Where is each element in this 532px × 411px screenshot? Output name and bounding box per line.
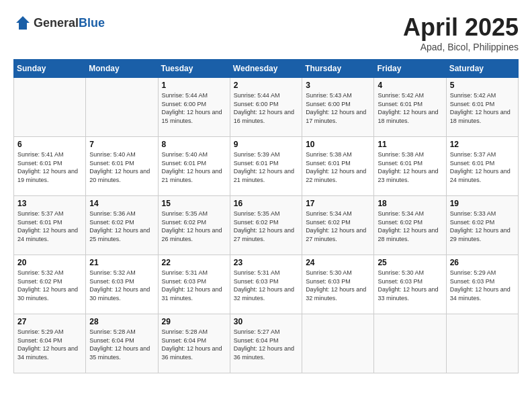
calendar-cell: 4Sunrise: 5:42 AM Sunset: 6:01 PM Daylig… — [374, 78, 446, 137]
day-detail: Sunrise: 5:34 AM Sunset: 6:02 PM Dayligh… — [306, 210, 370, 243]
day-detail: Sunrise: 5:33 AM Sunset: 6:02 PM Dayligh… — [450, 210, 515, 243]
day-number: 30 — [234, 317, 298, 326]
day-number: 3 — [306, 81, 370, 90]
logo-text-general: General — [34, 16, 79, 30]
calendar-week-row: 13Sunrise: 5:37 AM Sunset: 6:01 PM Dayli… — [14, 196, 519, 255]
calendar-week-row: 20Sunrise: 5:32 AM Sunset: 6:02 PM Dayli… — [14, 255, 519, 314]
calendar-cell: 20Sunrise: 5:32 AM Sunset: 6:02 PM Dayli… — [14, 255, 86, 314]
calendar-cell: 18Sunrise: 5:34 AM Sunset: 6:02 PM Dayli… — [374, 196, 446, 255]
day-detail: Sunrise: 5:30 AM Sunset: 6:03 PM Dayligh… — [378, 269, 442, 302]
day-detail: Sunrise: 5:27 AM Sunset: 6:04 PM Dayligh… — [234, 328, 298, 361]
day-detail: Sunrise: 5:31 AM Sunset: 6:03 PM Dayligh… — [162, 269, 226, 302]
day-number: 13 — [17, 199, 82, 208]
day-number: 16 — [234, 199, 298, 208]
day-number: 17 — [306, 199, 370, 208]
day-number: 29 — [162, 317, 226, 326]
svg-marker-0 — [16, 16, 30, 30]
day-number: 20 — [17, 258, 82, 267]
weekday-header: Tuesday — [158, 60, 230, 78]
day-number: 8 — [162, 140, 226, 149]
day-detail: Sunrise: 5:40 AM Sunset: 6:01 PM Dayligh… — [162, 150, 226, 184]
day-number: 25 — [378, 258, 442, 267]
calendar-cell: 19Sunrise: 5:33 AM Sunset: 6:02 PM Dayli… — [446, 196, 518, 255]
day-detail: Sunrise: 5:37 AM Sunset: 6:01 PM Dayligh… — [450, 150, 515, 184]
calendar-header: SundayMondayTuesdayWednesdayThursdayFrid… — [14, 60, 519, 78]
day-number: 23 — [234, 258, 298, 267]
page-header: GeneralBlue April 2025 Apad, Bicol, Phil… — [13, 13, 519, 52]
day-number: 5 — [450, 81, 515, 90]
calendar-cell — [86, 78, 158, 137]
calendar-cell: 11Sunrise: 5:38 AM Sunset: 6:01 PM Dayli… — [374, 137, 446, 196]
day-detail: Sunrise: 5:44 AM Sunset: 6:00 PM Dayligh… — [234, 91, 298, 125]
month-title: April 2025 — [403, 13, 519, 42]
calendar-cell: 29Sunrise: 5:28 AM Sunset: 6:04 PM Dayli… — [158, 314, 230, 373]
calendar-cell: 13Sunrise: 5:37 AM Sunset: 6:01 PM Dayli… — [14, 196, 86, 255]
weekday-header: Monday — [86, 60, 158, 78]
day-number: 6 — [17, 140, 82, 149]
calendar-cell: 24Sunrise: 5:30 AM Sunset: 6:03 PM Dayli… — [302, 255, 374, 314]
calendar-cell: 10Sunrise: 5:38 AM Sunset: 6:01 PM Dayli… — [302, 137, 374, 196]
location-title: Apad, Bicol, Philippines — [403, 42, 519, 52]
calendar-cell: 26Sunrise: 5:29 AM Sunset: 6:03 PM Dayli… — [446, 255, 518, 314]
day-number: 4 — [378, 81, 442, 90]
day-detail: Sunrise: 5:38 AM Sunset: 6:01 PM Dayligh… — [306, 150, 370, 184]
logo-icon — [13, 13, 32, 32]
logo-text-blue: Blue — [79, 16, 105, 30]
day-number: 11 — [378, 140, 442, 149]
calendar-week-row: 1Sunrise: 5:44 AM Sunset: 6:00 PM Daylig… — [14, 78, 519, 137]
weekday-header: Sunday — [14, 60, 86, 78]
weekday-header: Saturday — [446, 60, 518, 78]
calendar-cell: 22Sunrise: 5:31 AM Sunset: 6:03 PM Dayli… — [158, 255, 230, 314]
day-detail: Sunrise: 5:31 AM Sunset: 6:03 PM Dayligh… — [234, 269, 298, 302]
day-detail: Sunrise: 5:29 AM Sunset: 6:03 PM Dayligh… — [450, 269, 515, 302]
calendar-cell: 9Sunrise: 5:39 AM Sunset: 6:01 PM Daylig… — [230, 137, 302, 196]
calendar-cell: 6Sunrise: 5:41 AM Sunset: 6:01 PM Daylig… — [14, 137, 86, 196]
weekday-header: Thursday — [302, 60, 374, 78]
day-detail: Sunrise: 5:35 AM Sunset: 6:02 PM Dayligh… — [234, 210, 298, 243]
day-number: 19 — [450, 199, 515, 208]
calendar-cell — [374, 314, 446, 373]
day-number: 21 — [89, 258, 154, 267]
day-number: 10 — [306, 140, 370, 149]
day-detail: Sunrise: 5:28 AM Sunset: 6:04 PM Dayligh… — [89, 328, 154, 361]
calendar-cell — [14, 78, 86, 137]
day-detail: Sunrise: 5:39 AM Sunset: 6:01 PM Dayligh… — [234, 150, 298, 184]
calendar-cell: 16Sunrise: 5:35 AM Sunset: 6:02 PM Dayli… — [230, 196, 302, 255]
calendar-cell: 7Sunrise: 5:40 AM Sunset: 6:01 PM Daylig… — [86, 137, 158, 196]
calendar-cell: 15Sunrise: 5:35 AM Sunset: 6:02 PM Dayli… — [158, 196, 230, 255]
calendar-cell: 23Sunrise: 5:31 AM Sunset: 6:03 PM Dayli… — [230, 255, 302, 314]
calendar-cell: 8Sunrise: 5:40 AM Sunset: 6:01 PM Daylig… — [158, 137, 230, 196]
calendar-cell: 3Sunrise: 5:43 AM Sunset: 6:00 PM Daylig… — [302, 78, 374, 137]
calendar-week-row: 27Sunrise: 5:29 AM Sunset: 6:04 PM Dayli… — [14, 314, 519, 373]
day-number: 27 — [17, 317, 82, 326]
day-number: 15 — [162, 199, 226, 208]
weekday-row: SundayMondayTuesdayWednesdayThursdayFrid… — [14, 60, 519, 78]
calendar-cell: 5Sunrise: 5:42 AM Sunset: 6:01 PM Daylig… — [446, 78, 518, 137]
weekday-header: Wednesday — [230, 60, 302, 78]
calendar-body: 1Sunrise: 5:44 AM Sunset: 6:00 PM Daylig… — [14, 78, 519, 373]
day-detail: Sunrise: 5:38 AM Sunset: 6:01 PM Dayligh… — [378, 150, 442, 184]
weekday-header: Friday — [374, 60, 446, 78]
calendar-table: SundayMondayTuesdayWednesdayThursdayFrid… — [13, 59, 519, 373]
logo: GeneralBlue — [13, 13, 105, 32]
calendar-cell: 21Sunrise: 5:32 AM Sunset: 6:03 PM Dayli… — [86, 255, 158, 314]
day-detail: Sunrise: 5:44 AM Sunset: 6:00 PM Dayligh… — [162, 91, 226, 125]
day-detail: Sunrise: 5:43 AM Sunset: 6:00 PM Dayligh… — [306, 91, 370, 125]
day-number: 1 — [162, 81, 226, 90]
calendar-cell: 14Sunrise: 5:36 AM Sunset: 6:02 PM Dayli… — [86, 196, 158, 255]
day-detail: Sunrise: 5:40 AM Sunset: 6:01 PM Dayligh… — [89, 150, 154, 184]
calendar-cell: 25Sunrise: 5:30 AM Sunset: 6:03 PM Dayli… — [374, 255, 446, 314]
day-detail: Sunrise: 5:41 AM Sunset: 6:01 PM Dayligh… — [17, 150, 82, 184]
day-detail: Sunrise: 5:32 AM Sunset: 6:02 PM Dayligh… — [17, 269, 82, 302]
day-detail: Sunrise: 5:42 AM Sunset: 6:01 PM Dayligh… — [450, 91, 515, 125]
day-detail: Sunrise: 5:32 AM Sunset: 6:03 PM Dayligh… — [89, 269, 154, 302]
calendar-cell — [302, 314, 374, 373]
day-number: 12 — [450, 140, 515, 149]
calendar-cell: 27Sunrise: 5:29 AM Sunset: 6:04 PM Dayli… — [14, 314, 86, 373]
day-number: 22 — [162, 258, 226, 267]
day-number: 26 — [450, 258, 515, 267]
day-detail: Sunrise: 5:37 AM Sunset: 6:01 PM Dayligh… — [17, 210, 82, 243]
calendar-cell: 12Sunrise: 5:37 AM Sunset: 6:01 PM Dayli… — [446, 137, 518, 196]
day-detail: Sunrise: 5:28 AM Sunset: 6:04 PM Dayligh… — [162, 328, 226, 361]
day-number: 14 — [89, 199, 154, 208]
